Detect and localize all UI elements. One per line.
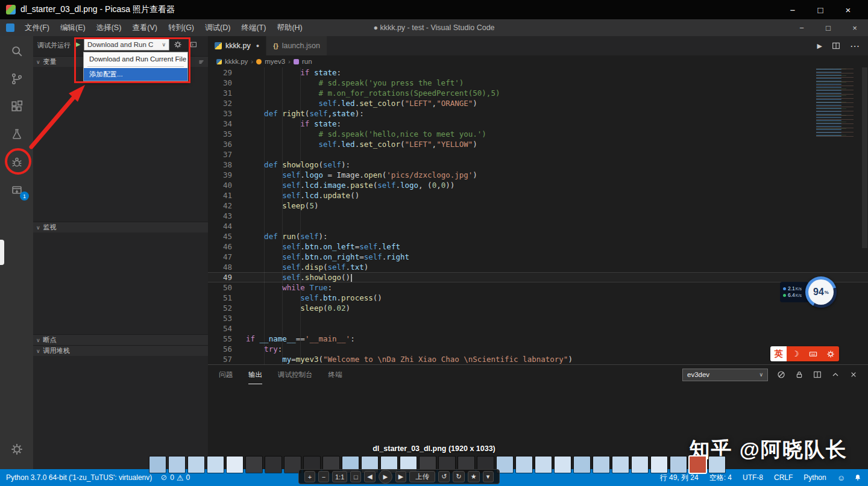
thumbnail[interactable] <box>670 456 687 473</box>
line-number[interactable]: 45 <box>208 231 232 241</box>
code-line[interactable]: 56 try: <box>208 344 868 354</box>
debug-settings-gear-icon[interactable] <box>174 40 182 51</box>
line-number[interactable]: 56 <box>208 344 232 354</box>
thumbnail[interactable] <box>265 456 281 473</box>
line-number[interactable]: 55 <box>208 334 232 344</box>
rotate-ccw-button[interactable]: ↺ <box>438 471 450 482</box>
picasa-minimize-button[interactable]: − <box>779 0 807 19</box>
line-number[interactable]: 41 <box>208 190 232 201</box>
code-line[interactable]: 32 self.led.set_color("LEFT","ORANGE") <box>208 98 868 108</box>
thumbnail[interactable] <box>651 456 667 473</box>
code-line[interactable]: 51 self.btn.process() <box>208 293 868 303</box>
line-number[interactable]: 43 <box>208 211 232 221</box>
code-line[interactable]: 46 self.btn.on_left=self.left <box>208 241 868 252</box>
previous-photo-arrow[interactable] <box>0 240 4 265</box>
line-number[interactable]: 40 <box>208 180 232 190</box>
code-line[interactable]: 57 my=myev3("Welcome to \nDa Zhi Xiao Ch… <box>208 354 868 364</box>
zoom-in-button[interactable]: + <box>304 471 315 482</box>
section-callstack[interactable]: ∨ 调用堆栈 <box>33 345 208 356</box>
more-actions-icon[interactable]: ⋯ <box>850 40 860 52</box>
upload-button[interactable]: 上传 <box>409 471 435 482</box>
code-line[interactable]: 41 self.lcd.update() <box>208 190 868 201</box>
rotate-cw-button[interactable]: ↻ <box>453 471 464 482</box>
line-number[interactable]: 37 <box>208 149 232 160</box>
code-line[interactable]: 50 while True: <box>208 282 868 293</box>
start-debug-button[interactable]: ▶ <box>75 40 80 48</box>
line-number[interactable]: 48 <box>208 262 232 272</box>
thumbnail[interactable] <box>690 456 706 473</box>
debug-icon[interactable] <box>0 148 33 176</box>
thumbnail[interactable] <box>535 456 552 473</box>
code-line[interactable]: 53 <box>208 313 868 323</box>
maximize-panel-icon[interactable] <box>831 370 840 379</box>
line-number[interactable]: 34 <box>208 119 232 129</box>
line-number[interactable]: 49 <box>208 272 232 282</box>
status-item[interactable]: Python <box>804 473 826 482</box>
editor-tab-launch.json[interactable]: {}launch.json <box>266 36 327 55</box>
line-number[interactable]: 38 <box>208 160 232 170</box>
line-number[interactable]: 42 <box>208 201 232 211</box>
code-line[interactable]: 44 <box>208 221 868 231</box>
thumbnail[interactable] <box>188 456 204 473</box>
debug-console-icon[interactable] <box>189 40 198 51</box>
menu-item-download-and-run[interactable]: Download and Run Current File <box>84 52 187 65</box>
thumbnail[interactable] <box>516 456 532 473</box>
panel-tab[interactable]: 输出 <box>248 365 262 384</box>
close-panel-icon[interactable] <box>849 370 858 379</box>
menu-item[interactable]: 帮助(H) <box>271 19 307 36</box>
code-line[interactable]: 38 def showlogo(self): <box>208 160 868 170</box>
thumbnail[interactable] <box>149 456 166 473</box>
ime-language-toggle[interactable]: 英 <box>770 346 787 361</box>
code-line[interactable]: 36 self.led.set_color("LEFT","YELLOW") <box>208 139 868 149</box>
thumbnail[interactable] <box>207 456 224 473</box>
status-item[interactable]: CRLF <box>774 473 793 482</box>
breadcrumb-item[interactable]: run <box>302 58 312 65</box>
menu-item[interactable]: 终端(T) <box>236 19 271 36</box>
line-number[interactable]: 32 <box>208 98 232 108</box>
feedback-smiley-icon[interactable]: ☺ <box>837 473 845 482</box>
line-number[interactable]: 47 <box>208 252 232 262</box>
code-line[interactable]: 43 <box>208 211 868 221</box>
code-line[interactable]: 29 if state: <box>208 67 868 78</box>
system-monitor-ball[interactable]: 94% <box>805 276 837 308</box>
line-number[interactable]: 36 <box>208 139 232 149</box>
source-control-icon[interactable] <box>0 65 33 93</box>
split-editor-icon[interactable] <box>831 41 841 51</box>
line-number[interactable]: 54 <box>208 323 232 334</box>
status-item[interactable]: 行 49, 列 24 <box>660 473 699 483</box>
code-line[interactable]: 45 def run(self): <box>208 231 868 241</box>
code-line[interactable]: 42 sleep(5) <box>208 201 868 211</box>
device-browser-icon[interactable]: 1 <box>0 176 33 204</box>
picasa-maximize-button[interactable]: □ <box>807 0 834 19</box>
picasa-close-button[interactable]: × <box>834 0 862 19</box>
thumbnail[interactable] <box>574 456 590 473</box>
actual-size-button[interactable]: 1:1 <box>332 471 347 482</box>
fit-button[interactable]: □ <box>350 471 361 482</box>
next-photo-button[interactable]: ▶ <box>395 471 406 482</box>
line-number[interactable]: 46 <box>208 241 232 252</box>
zoom-out-button[interactable]: − <box>318 471 329 482</box>
minimap[interactable] <box>816 69 860 137</box>
menu-item[interactable]: 文件(F) <box>19 19 55 36</box>
search-icon[interactable] <box>0 37 33 65</box>
menu-item-add-configuration[interactable]: 添加配置... <box>84 68 187 81</box>
output-channel-dropdown[interactable]: ev3dev ∨ <box>682 369 768 381</box>
editor-scrollbar[interactable] <box>862 67 867 248</box>
clear-output-icon[interactable] <box>776 370 786 379</box>
previous-photo-button[interactable]: ◀ <box>364 471 375 482</box>
line-number[interactable]: 33 <box>208 108 232 119</box>
filter-icon[interactable] <box>198 58 205 66</box>
vscode-restore-button[interactable]: □ <box>815 19 841 36</box>
code-line[interactable]: 47 self.btn.on_right=self.right <box>208 252 868 262</box>
code-line[interactable]: 52 sleep(0.02) <box>208 303 868 313</box>
breadcrumb-item[interactable]: kkkk.py <box>225 58 248 65</box>
extensions-icon[interactable] <box>0 93 33 120</box>
menu-item[interactable]: 转到(G) <box>163 19 200 36</box>
thumbnail[interactable] <box>246 456 262 473</box>
line-number[interactable]: 50 <box>208 282 232 293</box>
debug-config-dropdown[interactable]: Download and Run C ∨ <box>84 39 169 51</box>
notifications-bell-icon[interactable] <box>854 473 862 482</box>
line-number[interactable]: 39 <box>208 170 232 180</box>
thumbnail[interactable] <box>709 456 725 473</box>
code-line[interactable]: 30 # sd.speak('you press the left') <box>208 78 868 88</box>
